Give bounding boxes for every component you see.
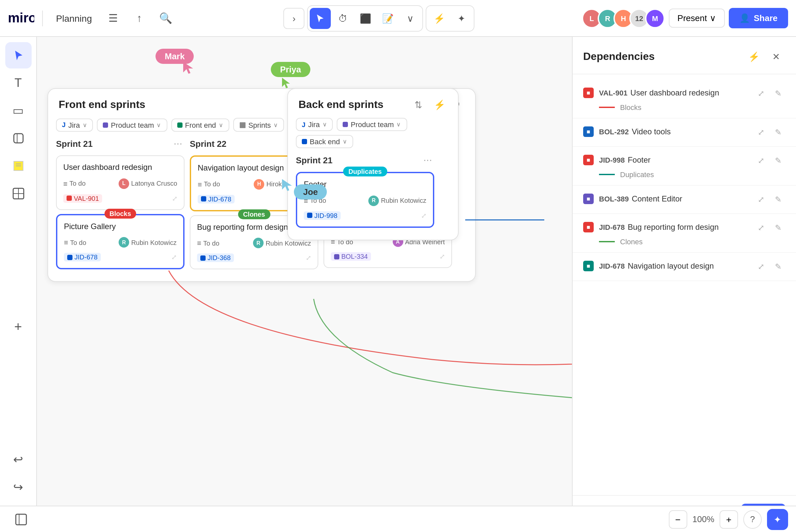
- sidebar-sticky-tool[interactable]: [5, 153, 31, 179]
- sidebar-add-tool[interactable]: +: [5, 314, 31, 340]
- filter-button[interactable]: ⚡: [429, 7, 450, 28]
- dep-bol-389-link-icon[interactable]: ⤢: [754, 192, 768, 207]
- dep-dot-bol-389: ■: [583, 194, 594, 204]
- dep-bol-292-header: ■ BOL-292 Video tools ⤢ ✎: [583, 125, 785, 139]
- drag-handle-4[interactable]: ⤢: [306, 254, 311, 261]
- topbar-sep-1: [42, 10, 43, 26]
- export-button[interactable]: ↑: [129, 7, 150, 28]
- toolbar-nav-left[interactable]: ›: [284, 7, 305, 28]
- drag-handle-1[interactable]: ⤢: [172, 194, 177, 202]
- dep-jid-678-bug-link-icon[interactable]: ⤢: [754, 221, 768, 235]
- zoom-in-button[interactable]: +: [720, 510, 738, 528]
- sprint-col-21: Sprint 21 ··· User dashboard redesign ≡ …: [56, 137, 184, 273]
- dep-jid-678-nav-edit-icon[interactable]: ✎: [771, 260, 785, 274]
- frame-tool-button[interactable]: ⬛: [355, 7, 376, 28]
- dep-bol-292-edit-icon[interactable]: ✎: [771, 125, 785, 139]
- dep-jid-678-bug-edit-icon[interactable]: ✎: [771, 221, 785, 235]
- share-button[interactable]: 👤 Share: [729, 8, 788, 28]
- back-board-action-1[interactable]: ⇅: [411, 97, 426, 113]
- jira-filter-chevron-icon: ∨: [83, 121, 87, 128]
- filter-product-team[interactable]: Product team ∨: [97, 118, 167, 131]
- sidebar-redo[interactable]: ↪: [5, 474, 31, 500]
- dep-item-bol-389: ■ BOL-389 Content Editor ⤢ ✎: [573, 186, 796, 214]
- task-card-user-dashboard[interactable]: User dashboard redesign ≡ To do L Latony…: [56, 155, 184, 210]
- assignee-avatar-4: R: [253, 238, 264, 248]
- reaction-button[interactable]: ✦: [451, 7, 472, 28]
- assignee-name-footer: Rubin Kotowicz: [381, 197, 426, 204]
- more-tools-button[interactable]: ∨: [400, 7, 421, 28]
- dep-val-901-rel-label: Blocks: [620, 103, 785, 111]
- assignee-name-2: Rubin Kotowicz: [131, 239, 177, 246]
- dep-val-901-link-icon[interactable]: ⤢: [754, 86, 768, 101]
- task-picture-gallery-title: Picture Gallery: [64, 222, 177, 232]
- timer-tool-button[interactable]: ⏱: [332, 7, 354, 28]
- tag-jid-998: JID-998: [304, 211, 341, 220]
- topbar: miro Planning ☰ ↑ 🔍 › ⏱ ⬛ 📝 ∨ ⚡ ✦ L R H …: [0, 0, 796, 37]
- back-product-team-chevron-icon: ∨: [396, 121, 401, 128]
- back-board-action-2[interactable]: ⚡: [432, 97, 448, 113]
- sidebar-shape-tool[interactable]: [5, 125, 31, 151]
- filter-front-end[interactable]: Front end ∨: [171, 118, 229, 131]
- drag-handle-6[interactable]: ⤢: [439, 253, 445, 260]
- sidebar-text-tool[interactable]: T: [5, 70, 31, 96]
- canvas[interactable]: Mark Priya Joe Front end sprints ⇅ ⚡ ↗ J…: [37, 37, 572, 506]
- hamburger-menu-button[interactable]: ☰: [103, 7, 124, 28]
- sidebar-cursor-tool[interactable]: [5, 42, 31, 69]
- present-button[interactable]: Present ∨: [669, 8, 725, 28]
- board-title[interactable]: Planning: [51, 10, 97, 26]
- sidebar-note-tool[interactable]: ▭: [5, 97, 31, 124]
- dep-jid-998-edit-icon[interactable]: ✎: [771, 153, 785, 168]
- task-footer-footer: JID-998 ⤢: [304, 211, 426, 220]
- back-filter-product-team[interactable]: Product team ∨: [337, 118, 407, 131]
- tag-jid-678-1: JID-678: [64, 253, 101, 261]
- note-tool-button[interactable]: 📝: [377, 7, 398, 28]
- dep-jid-678-nav-id: JID-678: [599, 262, 625, 270]
- dep-dot-val-901: ■: [583, 88, 594, 98]
- sidebar-undo[interactable]: ↩: [5, 446, 31, 473]
- help-button[interactable]: ?: [743, 510, 762, 528]
- filter-sprints[interactable]: ▦ Sprints ∨: [233, 118, 284, 132]
- zoom-out-button[interactable]: −: [669, 510, 687, 528]
- drag-handle-footer[interactable]: ⤢: [421, 212, 426, 219]
- dep-jid-998-link-icon[interactable]: ⤢: [754, 153, 768, 168]
- dep-jid-678-nav-link-icon[interactable]: ⤢: [754, 260, 768, 274]
- note-tool-icon: ▭: [13, 103, 24, 118]
- task-user-dashboard-meta: ≡ To do L Latonya Crusco: [63, 178, 177, 189]
- magic-button[interactable]: ✦: [767, 509, 788, 530]
- dep-bol-292-link-icon[interactable]: ⤢: [754, 125, 768, 139]
- task-status-text-2: To do: [70, 239, 86, 246]
- panel-filter-button[interactable]: ⚡: [745, 48, 763, 66]
- zoom-controls: − 100% + ? ✦: [669, 509, 789, 530]
- sprint-21-menu-icon[interactable]: ···: [171, 137, 184, 150]
- cursor-tool-button[interactable]: [310, 7, 331, 28]
- task-card-footer[interactable]: Duplicates Footer ≡ To do R Rubin Kotowi…: [296, 172, 434, 227]
- bottom-map-button[interactable]: [8, 506, 34, 532]
- back-sprint-21-menu-icon[interactable]: ···: [421, 153, 434, 167]
- search-button[interactable]: 🔍: [155, 7, 176, 28]
- back-filter-backend[interactable]: Back end ∨: [296, 135, 353, 148]
- back-jira-chevron-icon: ∨: [323, 121, 327, 128]
- filter-jira[interactable]: J Jira ∨: [56, 118, 93, 131]
- dep-bol-292-name: Video tools: [632, 127, 670, 136]
- present-chevron-icon: ∨: [710, 13, 716, 23]
- assignee-name-4: Rubin Kotowicz: [266, 239, 311, 247]
- dep-jid-998-connector: [599, 174, 615, 175]
- panel-header-actions: ⚡ ✕: [745, 48, 785, 66]
- miro-logo[interactable]: miro: [8, 9, 34, 27]
- lines-icon-3: ≡: [198, 180, 202, 188]
- back-filter-jira[interactable]: J Jira ∨: [296, 118, 333, 131]
- sprint-21-title: Sprint 21: [56, 138, 93, 149]
- sidebar-table-tool[interactable]: [5, 180, 31, 207]
- front-end-chevron-icon: ∨: [219, 121, 223, 128]
- zoom-level-display: 100%: [692, 514, 714, 524]
- dep-val-901-edit-icon[interactable]: ✎: [771, 86, 785, 101]
- dep-item-jid-678-bug: ■ JID-678 Bug reporting form design ⤢ ✎ …: [573, 214, 796, 253]
- my-avatar[interactable]: M: [645, 8, 665, 28]
- task-card-picture-gallery[interactable]: Blocks Picture Gallery ≡ To do R Rubin K…: [56, 214, 184, 269]
- dep-bol-389-actions: ⤢ ✎: [754, 192, 785, 207]
- drag-handle-2[interactable]: ⤢: [171, 253, 177, 261]
- dep-bol-389-edit-icon[interactable]: ✎: [771, 192, 785, 207]
- toolbar-center: › ⏱ ⬛ 📝 ∨ ⚡ ✦: [182, 5, 577, 31]
- panel-close-button[interactable]: ✕: [767, 48, 785, 66]
- task-footer-2: JID-678 ⤢: [64, 253, 177, 261]
